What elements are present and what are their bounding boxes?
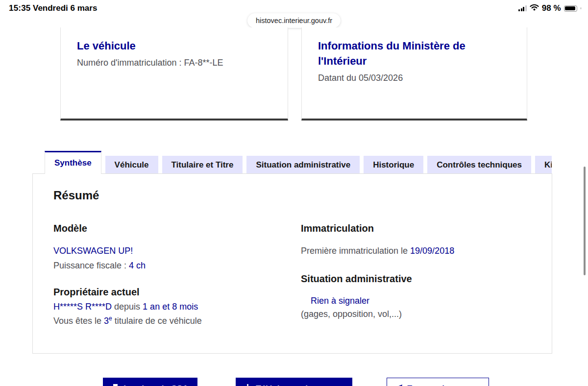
first-registration-line: Première immatriculation le 19/09/2018 xyxy=(301,246,454,256)
battery-nub xyxy=(581,7,582,10)
printer-icon xyxy=(112,384,119,386)
send-report-button[interactable]: Envoyer le rapport xyxy=(387,378,489,386)
ministry-card: Informations du Ministère de l'Intérieur… xyxy=(301,27,527,121)
model-heading: Modèle xyxy=(53,223,87,234)
tab-synthese[interactable]: Synthèse xyxy=(45,151,101,174)
owner-heading: Propriétaire actuel xyxy=(53,287,140,298)
vehicle-card-plate: Numéro d'immatriculation : FA-8**-LE xyxy=(77,58,271,68)
fiscal-power-label: Puissance fiscale : xyxy=(53,261,129,270)
tab-situation-administrative[interactable]: Situation administrative xyxy=(246,156,360,174)
tab-vehicule[interactable]: Véhicule xyxy=(105,156,158,174)
battery-icon xyxy=(564,5,577,12)
fiscal-power-line: Puissance fiscale : 4 ch xyxy=(53,261,146,271)
owner-name: H*****S R****D xyxy=(53,302,112,312)
holder-rank: 3 xyxy=(104,316,109,326)
status-date: Vendredi 6 mars xyxy=(33,3,97,13)
resume-heading: Résumé xyxy=(53,189,99,202)
status-indicators: 98 % xyxy=(518,3,581,13)
send-report-label: Envoyer le rapport xyxy=(407,384,480,386)
cellular-signal-icon xyxy=(518,5,527,11)
tab-bar: Synthèse Véhicule Titulaire et Titre Sit… xyxy=(32,151,552,174)
fiscal-power-value: 4 ch xyxy=(129,261,146,270)
owner-line: H*****S R****D depuis 1 an et 8 mois xyxy=(53,302,198,312)
tab-titulaire-et-titre[interactable]: Titulaire et Titre xyxy=(162,156,243,174)
holder-suffix: titulaire de ce véhicule xyxy=(112,316,202,326)
situation-heading: Situation administrative xyxy=(301,273,412,285)
tab-historique[interactable]: Historique xyxy=(364,156,423,174)
tab-kilometrage[interactable]: Kilométrage xyxy=(535,156,552,174)
status-time: 15:35 xyxy=(9,3,30,13)
download-report-button[interactable]: Télécharger le rapport xyxy=(236,378,352,386)
situation-note: (gages, opposition, vol,...) xyxy=(301,309,402,319)
holder-rank-ordinal: e xyxy=(109,315,112,322)
histovec-report-page: 15:35 Vendredi 6 mars 98 % histovec.inte… xyxy=(0,0,588,386)
tab-controles-techniques[interactable]: Contrôles techniques xyxy=(427,156,531,174)
owner-since-label: depuis xyxy=(112,302,143,312)
first-registration-date: 19/09/2018 xyxy=(410,246,454,256)
ministry-card-date: Datant du 05/03/2026 xyxy=(318,73,511,83)
model-name: VOLKSWAGEN UP! xyxy=(53,246,133,256)
print-csa-button[interactable]: Imprimer le CSA xyxy=(103,378,197,386)
ministry-card-title: Informations du Ministère de l'Intérieur xyxy=(318,38,511,69)
wifi-icon xyxy=(530,4,539,13)
battery-percent: 98 % xyxy=(542,3,561,13)
holder-prefix: Vous êtes le xyxy=(53,316,104,326)
vehicle-card-title: Le véhicule xyxy=(77,38,271,53)
print-csa-label: Imprimer le CSA xyxy=(123,384,188,386)
situation-status: Rien à signaler xyxy=(311,296,369,306)
registration-heading: Immatriculation xyxy=(301,223,374,234)
situation-status-line: Rien à signaler xyxy=(311,296,369,306)
first-registration-label: Première immatriculation le xyxy=(301,246,410,256)
model-name-line: VOLKSWAGEN UP! xyxy=(53,246,133,256)
browser-url-pill[interactable]: histovec.interieur.gouv.fr xyxy=(247,13,341,28)
owner-duration: 1 an et 8 mois xyxy=(143,302,198,312)
scrollbar-thumb[interactable] xyxy=(584,167,586,275)
synthese-panel: Résumé Modèle VOLKSWAGEN UP! Puissance f… xyxy=(32,173,552,354)
send-icon xyxy=(395,384,402,386)
download-report-label: Télécharger le rapport xyxy=(256,384,344,386)
vehicle-card: Le véhicule Numéro d'immatriculation : F… xyxy=(60,27,288,121)
download-icon xyxy=(244,384,251,386)
holder-rank-line: Vous êtes le 3e titulaire de ce véhicule xyxy=(53,315,202,326)
